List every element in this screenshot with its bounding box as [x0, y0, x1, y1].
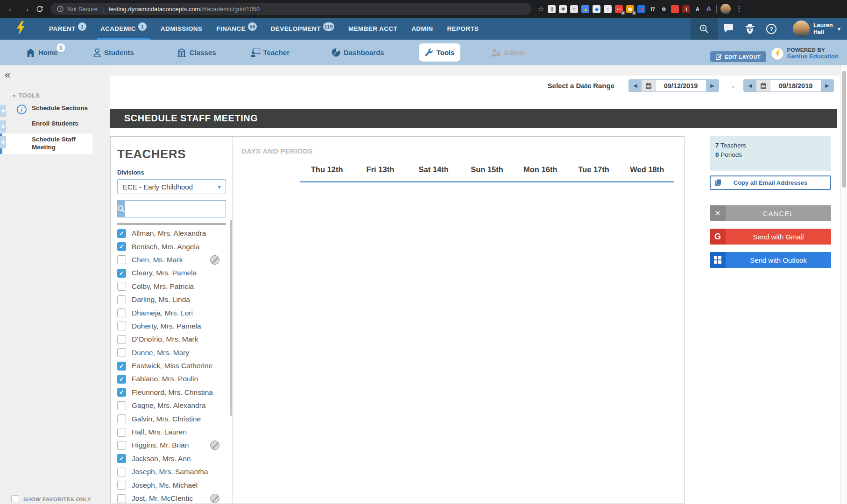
teacher-row[interactable]: Higgins, Mr. Brian [117, 439, 226, 452]
teacher-checkbox-checked[interactable]: ✓ [117, 454, 126, 463]
user-avatar[interactable] [793, 21, 810, 37]
start-date-value[interactable]: 09/12/2019 [656, 80, 706, 91]
teacher-row[interactable]: ✓Allman, Mrs. Alexandra [117, 227, 226, 240]
subnav-tools[interactable]: Tools [419, 43, 460, 62]
sidebar-item-schedule-sections[interactable]: i Schedule Sections [0, 105, 92, 112]
start-date-prev-button[interactable]: ◀ [629, 80, 642, 91]
show-favorites-toggle[interactable]: SHOW FAVORITES ONLY [11, 495, 91, 503]
subnav-dashboards[interactable]: Dashboards [326, 43, 390, 62]
teacher-row[interactable]: Chen, Ms. Mark [117, 253, 226, 266]
teacher-row[interactable]: Jost, Mr. McClentic [117, 492, 226, 504]
teacher-checkbox-checked[interactable]: ✓ [117, 229, 126, 238]
nav-item-finance[interactable]: FINANCE56 [209, 18, 263, 40]
sidebar-section-tools[interactable]: ▾TOOLS [13, 92, 40, 99]
teacher-checkbox[interactable] [117, 494, 126, 503]
browser-profile-avatar[interactable] [720, 4, 731, 14]
nav-item-admin[interactable]: ADMIN [404, 18, 440, 40]
teacher-checkbox-checked[interactable]: ✓ [117, 269, 126, 278]
teacher-checkbox[interactable] [117, 282, 126, 291]
info-icon[interactable] [57, 6, 64, 12]
teacher-checkbox-checked[interactable]: ✓ [117, 375, 126, 384]
teacher-row[interactable]: Dunne, Mrs. Mary [117, 346, 226, 359]
teacher-search-input[interactable] [125, 200, 226, 217]
chat-icon[interactable] [718, 24, 739, 34]
teacher-checkbox-checked[interactable]: ✓ [117, 388, 126, 397]
sidebar-item-enroll-students[interactable]: Enroll Students [0, 120, 92, 127]
lighthouse-extension-icon[interactable]: ▲ [581, 5, 589, 13]
subnav-home[interactable]: Home 1 [21, 44, 64, 62]
address-bar[interactable]: Not Secure | testing.dynamicdataconcepts… [50, 3, 531, 15]
favorites-checkbox[interactable] [11, 495, 19, 503]
favorite-star-icon[interactable]: ★ [0, 136, 6, 148]
teacher-checkbox[interactable] [117, 348, 126, 357]
cancel-button[interactable]: ✕ CANCEL [710, 205, 831, 221]
page-scrollbar[interactable] [840, 65, 847, 504]
nav-item-academic[interactable]: ACADEMIC1 [93, 18, 154, 40]
search-icon[interactable] [117, 200, 125, 217]
calendar-icon[interactable] [642, 80, 656, 91]
bookmark-extension-icon[interactable]: ▮ [637, 5, 645, 13]
grammar-extension-icon[interactable]: A [693, 5, 701, 13]
info-circle-icon[interactable]: i [17, 105, 27, 114]
teacher-checkbox[interactable] [117, 401, 126, 410]
user-name[interactable]: LaurenHall [813, 22, 835, 35]
news-extension-icon[interactable]: ≡ [570, 5, 578, 13]
teacher-row[interactable]: Darling, Ms. Linda [117, 293, 226, 306]
math-extension-icon[interactable]: f? [649, 5, 656, 13]
teacher-row[interactable]: ✓Jackson, Mrs. Ann [117, 452, 226, 465]
divisions-select[interactable]: ECE - Early Childhood ▾ [117, 179, 226, 194]
nav-item-admissions[interactable]: ADMISSIONS [154, 18, 210, 40]
send-outlook-button[interactable]: Send with Outlook [710, 252, 831, 268]
teacher-row[interactable]: Dhameja, Mrs. Lori [117, 306, 226, 319]
teacher-checkbox[interactable] [117, 414, 126, 423]
sidebar-item-schedule-staff-meeting[interactable]: Schedule Staff Meeting [0, 133, 92, 154]
teacher-row[interactable]: ✓Cleary, Mrs. Pamela [117, 266, 226, 280]
nav-item-parent[interactable]: PARENT1 [42, 18, 93, 40]
subnav-teacher[interactable]: Teacher [245, 44, 295, 62]
teacher-row[interactable]: ✓Fabiano, Mrs. Poulin [117, 372, 226, 385]
teacher-checkbox[interactable] [117, 295, 126, 304]
browser-back-icon[interactable]: ← [5, 4, 19, 14]
calendar-icon[interactable] [756, 80, 770, 91]
copy-emails-button[interactable]: Copy all Email Addresses [710, 175, 831, 190]
teacher-checkbox-checked[interactable]: ✓ [117, 242, 126, 251]
notes-extension-icon[interactable]: ⋯2 [615, 5, 623, 13]
start-date-next-button[interactable]: ▶ [706, 80, 719, 91]
nav-item-development[interactable]: DEVELOPMENT119 [264, 18, 341, 40]
browser-menu-icon[interactable]: ⋮ [735, 5, 742, 13]
teacher-row[interactable]: ✓Fleurinord, Mrs. Christina [117, 386, 226, 399]
molecule-extension-icon[interactable]: ⁂ [705, 5, 713, 13]
teacher-checkbox[interactable] [117, 428, 126, 437]
nav-item-member-acct[interactable]: MEMBER ACCT [341, 18, 404, 40]
browser-forward-icon[interactable]: → [19, 4, 33, 14]
app-logo-bolt-icon[interactable] [15, 21, 26, 37]
teacher-list-scrollbar[interactable] [230, 220, 232, 416]
t-extension-icon[interactable]: t [682, 5, 690, 13]
teacher-row[interactable]: Joseph, Mrs. Samantha [117, 465, 226, 478]
teacher-checkbox[interactable] [117, 255, 126, 264]
cart-extension-icon[interactable]: ◉2 [626, 5, 634, 13]
nav-item-reports[interactable]: REPORTS [440, 18, 486, 40]
teacher-checkbox[interactable] [117, 322, 126, 330]
bookmark-star-icon[interactable]: ☆ [538, 5, 544, 13]
end-date-prev-button[interactable]: ◀ [744, 80, 756, 91]
send-gmail-button[interactable]: G Send with Gmail [710, 229, 831, 245]
teacher-row[interactable]: Gagne, Mrs. Alexandra [117, 399, 226, 412]
end-date-next-button[interactable]: ▶ [821, 80, 833, 91]
sidebar-collapse-icon[interactable]: « [5, 69, 10, 81]
gem-extension-icon[interactable]: ◆ [593, 5, 600, 13]
browser-reload-icon[interactable] [33, 5, 47, 13]
pin-extension-icon[interactable]: ▼ [604, 5, 612, 13]
subnav-classes[interactable]: Classes [171, 44, 222, 62]
teacher-row[interactable]: Joseph, Ms. Michael [117, 478, 226, 491]
end-date-value[interactable]: 09/18/2019 [770, 80, 821, 91]
teacher-checkbox[interactable] [117, 441, 126, 450]
teacher-row[interactable]: D'Onofrio, Mrs. Mark [117, 333, 226, 346]
global-search-button[interactable] [691, 18, 718, 40]
page-scrollbar-thumb[interactable] [842, 71, 846, 188]
subnav-students[interactable]: Students [88, 44, 140, 62]
spy-impersonate-icon[interactable] [739, 23, 761, 35]
teacher-row[interactable]: Colby, Mrs. Patricia [117, 280, 226, 293]
teacher-checkbox-checked[interactable]: ✓ [117, 362, 126, 371]
user-menu-caret-icon[interactable]: ▾ [838, 26, 840, 32]
